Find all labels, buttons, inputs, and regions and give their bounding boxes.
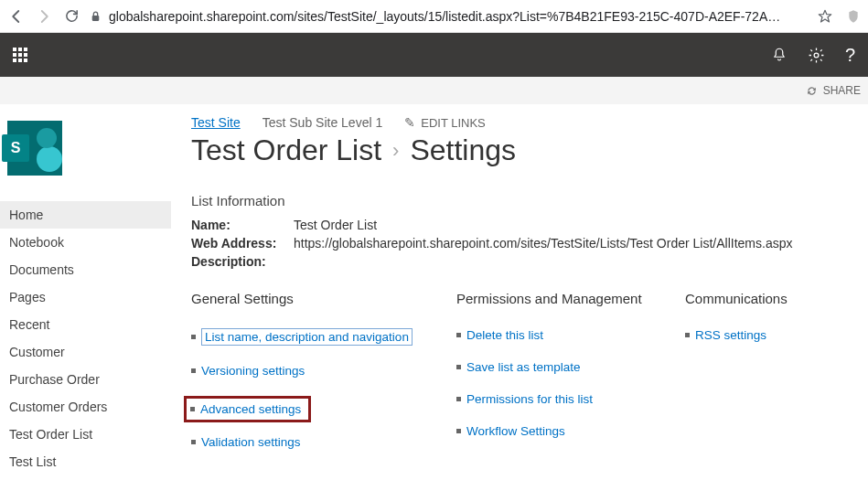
info-address-label: Web Address:	[191, 236, 294, 251]
col-general-settings: General Settings List name, description …	[191, 291, 456, 467]
bullet-icon	[191, 368, 196, 373]
col-communications: Communications RSS settings	[685, 291, 868, 467]
lock-icon	[90, 10, 102, 23]
highlight-advanced-settings: Advanced settings	[184, 396, 311, 422]
nav-notebook[interactable]: Notebook	[0, 229, 171, 256]
top-nav: Test Site Test Sub Site Level 1 ✎ EDIT L…	[191, 115, 868, 130]
bullet-icon	[190, 407, 195, 411]
main-layout: S Home Notebook Documents Pages Recent C…	[0, 104, 868, 480]
nav-pages[interactable]: Pages	[0, 283, 171, 311]
forward-button[interactable]	[35, 8, 53, 25]
nav-test-document-library[interactable]: TestDocumentLibrary	[0, 475, 171, 480]
nav-customer[interactable]: Customer	[0, 338, 171, 366]
list-info-heading: List Information	[191, 193, 868, 208]
app-launcher-icon[interactable]	[13, 48, 27, 62]
info-address-value: https://globalsharepoint.sharepoint.com/…	[294, 236, 792, 251]
bullet-icon	[456, 365, 461, 369]
bullet-icon	[191, 335, 196, 339]
nav-purchase-order[interactable]: Purchase Order	[0, 366, 171, 393]
back-button[interactable]	[7, 8, 26, 25]
title-page: Settings	[410, 133, 516, 167]
content-area: Test Site Test Sub Site Level 1 ✎ EDIT L…	[171, 104, 868, 480]
info-row-name: Name: Test Order List	[191, 218, 868, 232]
nav-customer-orders[interactable]: Customer Orders	[0, 393, 171, 421]
star-icon[interactable]	[817, 8, 833, 25]
title-list-name: Test Order List	[191, 133, 381, 167]
pencil-icon: ✎	[404, 115, 415, 130]
nav-home[interactable]: Home	[0, 201, 171, 229]
title-separator-icon: ›	[392, 139, 399, 163]
svg-point-1	[814, 53, 819, 58]
link-advanced-settings: Advanced settings	[190, 402, 301, 416]
address-bar[interactable]: globalsharepoint.sharepoint.com/sites/Te…	[90, 9, 808, 24]
quick-launch-nav: Home Notebook Documents Pages Recent Cus…	[0, 201, 171, 480]
suite-bar: ?	[0, 33, 868, 77]
nav-test-list[interactable]: Test List	[0, 448, 171, 475]
svg-rect-0	[92, 15, 100, 20]
browser-toolbar: globalsharepoint.sharepoint.com/sites/Te…	[0, 0, 868, 33]
page-title: Test Order List › Settings	[191, 133, 868, 167]
share-button[interactable]: SHARE	[823, 84, 861, 97]
help-icon[interactable]: ?	[845, 45, 855, 66]
link-validation-settings: Validation settings	[191, 435, 456, 449]
col-permissions-management: Permissions and Management Delete this l…	[456, 291, 685, 467]
sync-icon[interactable]	[806, 85, 818, 97]
link-list-name-desc-nav: List name, description and navigation	[191, 328, 456, 346]
edit-links-button[interactable]: ✎ EDIT LINKS	[404, 115, 486, 130]
info-row-address: Web Address: https://globalsharepoint.sh…	[191, 236, 868, 251]
link-rss-settings: RSS settings	[685, 328, 868, 342]
extension-icon[interactable]	[846, 8, 861, 25]
bullet-icon	[191, 440, 196, 444]
settings-columns: General Settings List name, description …	[191, 291, 868, 467]
nav-documents[interactable]: Documents	[0, 256, 171, 283]
nav-test-order-list[interactable]: Test Order List	[0, 421, 171, 448]
reload-button[interactable]	[62, 8, 80, 24]
bullet-icon	[456, 429, 461, 433]
bullet-icon	[456, 397, 461, 401]
permissions-heading: Permissions and Management	[456, 291, 685, 306]
url-text: globalsharepoint.sharepoint.com/sites/Te…	[109, 9, 780, 24]
link-workflow-settings: Workflow Settings	[456, 424, 685, 438]
crumb-subsite[interactable]: Test Sub Site Level 1	[263, 115, 383, 130]
settings-gear-icon[interactable]	[808, 47, 825, 64]
edit-links-label: EDIT LINKS	[421, 116, 486, 130]
crumb-site[interactable]: Test Site	[191, 115, 241, 130]
site-logo[interactable]: S	[7, 121, 62, 176]
link-permissions-for-list: Permissions for this list	[456, 392, 685, 406]
notification-icon[interactable]	[771, 47, 788, 63]
share-strip: SHARE	[0, 77, 868, 104]
link-versioning-settings: Versioning settings	[191, 364, 456, 378]
info-name-label: Name:	[191, 218, 294, 232]
communications-heading: Communications	[685, 291, 868, 306]
nav-recent[interactable]: Recent	[0, 311, 171, 338]
left-sidebar: S Home Notebook Documents Pages Recent C…	[0, 104, 171, 480]
bullet-icon	[685, 333, 690, 337]
link-delete-list: Delete this list	[456, 328, 685, 342]
info-description-label: Description:	[191, 254, 294, 269]
link-save-as-template: Save list as template	[456, 360, 685, 374]
info-name-value: Test Order List	[294, 218, 377, 232]
general-settings-heading: General Settings	[191, 291, 456, 306]
bullet-icon	[456, 333, 461, 337]
info-row-description: Description:	[191, 254, 868, 269]
